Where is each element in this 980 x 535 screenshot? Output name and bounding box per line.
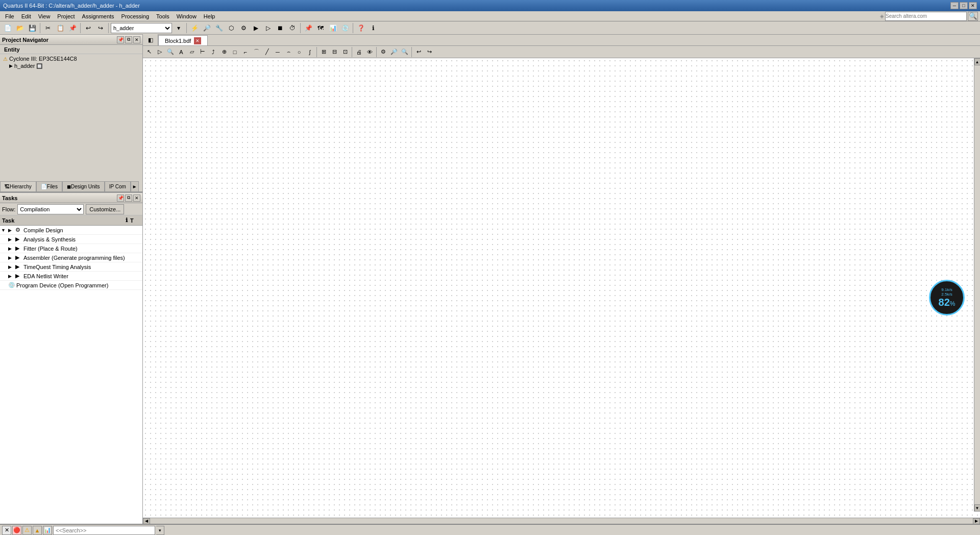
bt-ellipse[interactable]: ○ bbox=[294, 47, 304, 57]
filter-clear-button[interactable]: ✕ bbox=[2, 526, 11, 535]
search-altera-button[interactable]: 🔍 bbox=[968, 12, 978, 21]
dropdown-arrow[interactable]: ▾ bbox=[173, 22, 184, 34]
expand-assembler[interactable]: ▶ bbox=[8, 255, 15, 260]
copy-button[interactable]: 📋 bbox=[55, 22, 66, 34]
bt-fit-select[interactable]: ⊟ bbox=[329, 47, 339, 57]
program-button[interactable]: ▶ bbox=[250, 22, 261, 34]
bt-zoom-in[interactable]: 🔍 bbox=[165, 47, 176, 57]
bt-zoom-out[interactable]: 🔍 bbox=[400, 47, 410, 57]
help-toolbar-button[interactable]: ❓ bbox=[355, 22, 366, 34]
open-button[interactable]: 📂 bbox=[14, 22, 26, 34]
expand-fitter[interactable]: ▶ bbox=[8, 246, 15, 251]
menu-processing[interactable]: Processing bbox=[118, 13, 152, 20]
tasks-restore-button[interactable]: ⧉ bbox=[125, 194, 132, 202]
expand-compile[interactable]: ▼ bbox=[1, 228, 8, 233]
start-button[interactable]: ▷ bbox=[262, 22, 274, 34]
task-row-assembler[interactable]: ▶ ▶ Assembler (Generate programming file… bbox=[0, 253, 142, 262]
tab-design-units[interactable]: ◼ Design Units bbox=[62, 181, 105, 191]
bt-fit-all[interactable]: ⊞ bbox=[318, 47, 329, 57]
cut-button[interactable]: ✂ bbox=[42, 22, 54, 34]
task-row-fitter[interactable]: ▶ ▶ Fitter (Place & Route) bbox=[0, 244, 142, 253]
expand-analysis[interactable]: ▶ bbox=[8, 237, 15, 242]
tab-ip-comp[interactable]: IP Com bbox=[105, 181, 131, 191]
redo-button[interactable]: ↪ bbox=[95, 22, 106, 34]
bt-corner[interactable]: ⌐ bbox=[240, 47, 251, 57]
scroll-down-button[interactable]: ▼ bbox=[974, 504, 981, 512]
nav-pin-button[interactable]: 📌 bbox=[117, 36, 124, 43]
fit-button[interactable]: ⬡ bbox=[226, 22, 237, 34]
h-scroll-track[interactable] bbox=[150, 519, 973, 524]
scroll-up-button[interactable]: ▲ bbox=[974, 58, 981, 65]
menu-tools[interactable]: Tools bbox=[153, 13, 173, 20]
paste-button[interactable]: 📌 bbox=[67, 22, 78, 34]
bt-line2[interactable]: ─ bbox=[273, 47, 283, 57]
scroll-left-button[interactable]: ◀ bbox=[143, 518, 150, 524]
new-button[interactable]: 📄 bbox=[2, 22, 13, 34]
save-button[interactable]: 💾 bbox=[27, 22, 38, 34]
bt-symbol[interactable]: ⊕ bbox=[219, 47, 229, 57]
horizontal-scrollbar[interactable]: ◀ ▶ bbox=[143, 518, 980, 524]
block-tab-close[interactable]: ✕ bbox=[194, 37, 201, 44]
search-dropdown-button[interactable]: ▾ bbox=[156, 526, 164, 535]
bt-angle[interactable]: ⌒ bbox=[251, 47, 261, 57]
expand-compile-inner[interactable]: ▶ bbox=[8, 228, 15, 233]
bt-print-prev[interactable]: 👁 bbox=[364, 47, 375, 57]
entity-tree-item[interactable]: ▶ h_adder 🔲 bbox=[1, 62, 141, 69]
menu-help[interactable]: Help bbox=[201, 13, 218, 20]
pin-button[interactable]: 📌 bbox=[303, 22, 314, 34]
task-row-compile-design[interactable]: ▼ ▶ ⚙ Compile Design bbox=[0, 226, 142, 235]
menu-window[interactable]: Window bbox=[174, 13, 200, 20]
message-search-input[interactable] bbox=[53, 526, 155, 535]
bt-print[interactable]: 🖨 bbox=[354, 47, 364, 57]
task-row-eda[interactable]: ▶ ▶ EDA Netlist Writer bbox=[0, 272, 142, 281]
filter-error-button[interactable]: 🔴 bbox=[12, 526, 21, 535]
bt-arc[interactable]: ⌢ bbox=[283, 47, 293, 57]
stop-button[interactable]: ⏹ bbox=[275, 22, 286, 34]
search-altera-input[interactable] bbox=[885, 12, 967, 21]
tab-hierarchy[interactable]: 🏗 Hierarchy bbox=[0, 181, 36, 191]
bt-curve[interactable]: ∫ bbox=[305, 47, 315, 57]
bt-select[interactable]: ↖ bbox=[144, 47, 154, 57]
filter-info-button[interactable]: ▲ bbox=[33, 526, 42, 535]
bt-pin[interactable]: ⊢ bbox=[198, 47, 208, 57]
bt-undo2[interactable]: ↩ bbox=[413, 47, 424, 57]
menu-assignments[interactable]: Assignments bbox=[79, 13, 117, 20]
menu-edit[interactable]: Edit bbox=[18, 13, 34, 20]
device-tree-item[interactable]: ⚠ Cyclone III: EP3C5E144C8 bbox=[1, 55, 141, 62]
open-pgm-button[interactable]: 💿 bbox=[339, 22, 351, 34]
bt-zoom-in2[interactable]: 🔎 bbox=[389, 47, 399, 57]
nav-restore-button[interactable]: ⧉ bbox=[125, 36, 132, 43]
assemble-button[interactable]: ⚙ bbox=[238, 22, 249, 34]
maximize-button[interactable]: □ bbox=[960, 2, 968, 9]
task-row-analysis[interactable]: ▶ ▶ Analysis & Synthesis bbox=[0, 235, 142, 244]
customize-button[interactable]: Customize... bbox=[86, 204, 124, 214]
nav-tab-more[interactable]: ► bbox=[131, 181, 139, 191]
bt-redo2[interactable]: ↪ bbox=[424, 47, 434, 57]
undo-button[interactable]: ↩ bbox=[83, 22, 94, 34]
eda-button[interactable]: 📊 bbox=[327, 22, 338, 34]
filter-warning-button[interactable]: ⚠ bbox=[22, 526, 32, 535]
tasks-close-button[interactable]: ✕ bbox=[133, 194, 140, 202]
minimize-button[interactable]: ─ bbox=[950, 2, 959, 9]
bt-rect[interactable]: □ bbox=[230, 47, 240, 57]
tab-files[interactable]: 📄 Files bbox=[36, 181, 62, 191]
project-dropdown[interactable]: h_adder bbox=[111, 23, 172, 33]
nav-close-button[interactable]: ✕ bbox=[133, 36, 140, 43]
route-button[interactable]: 🗺 bbox=[315, 22, 326, 34]
bt-props[interactable]: ⚙ bbox=[378, 47, 388, 57]
compile-button[interactable]: ⚡ bbox=[189, 22, 200, 34]
task-row-program-device[interactable]: 💿 Program Device (Open Programmer) bbox=[0, 281, 142, 290]
menu-view[interactable]: View bbox=[35, 13, 54, 20]
tasks-pin-button[interactable]: 📌 bbox=[117, 194, 124, 202]
menu-project[interactable]: Project bbox=[54, 13, 78, 20]
flow-select[interactable]: Compilation bbox=[17, 204, 84, 214]
scroll-right-button[interactable]: ▶ bbox=[973, 518, 980, 524]
expand-timequest[interactable]: ▶ bbox=[8, 264, 15, 270]
bt-block[interactable]: ▱ bbox=[187, 47, 197, 57]
bt-conduit[interactable]: ⤴ bbox=[208, 47, 218, 57]
filter-note-button[interactable]: 📊 bbox=[43, 526, 52, 535]
block-editor-tab[interactable]: Block1.bdf ✕ bbox=[158, 35, 208, 45]
bt-cursor[interactable]: ▷ bbox=[155, 47, 165, 57]
synthesize-button[interactable]: 🔧 bbox=[213, 22, 225, 34]
bt-text[interactable]: A bbox=[176, 47, 186, 57]
